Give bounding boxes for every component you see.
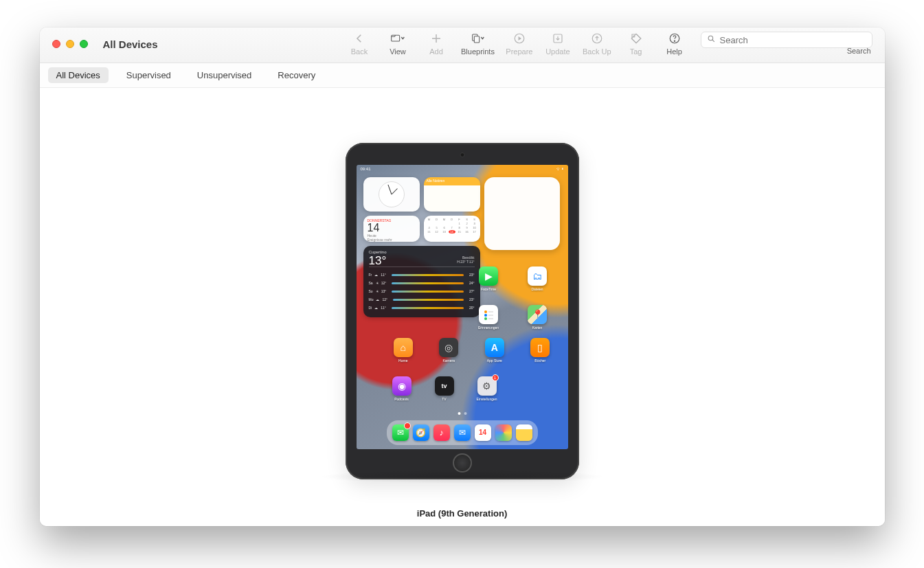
device-statusbar: 09:41 ᯤ ▮ <box>361 167 564 171</box>
svg-line-15 <box>712 40 714 42</box>
tag-icon <box>629 32 643 46</box>
update-button[interactable]: Update <box>539 27 577 59</box>
large-blank-widget <box>484 177 560 250</box>
svg-point-14 <box>708 36 713 41</box>
folder-icon: 🗂 <box>528 266 547 286</box>
filter-bar: All Devices Supervised Unsupervised Reco… <box>40 63 885 88</box>
device-label: iPad (9th Generation) <box>417 508 507 519</box>
view-button[interactable]: View <box>379 27 417 59</box>
reminders-icon <box>479 305 498 324</box>
forecast-row: So☀︎13°27° <box>369 289 475 293</box>
dock: ✉ 🧭 ♪ ✉︎ 14 <box>387 420 538 445</box>
svg-rect-0 <box>392 35 400 41</box>
filter-unsupervised[interactable]: Unsupervised <box>189 67 260 83</box>
app-row-3: ⌂Home ◎Kamera AApp Store ▯Bücher <box>383 338 561 363</box>
app-home: ⌂Home <box>383 338 425 363</box>
help-button[interactable]: Help <box>655 27 694 59</box>
filter-recovery[interactable]: Recovery <box>269 67 324 83</box>
filter-all-devices[interactable]: All Devices <box>48 67 109 83</box>
maximize-window-button[interactable] <box>80 40 88 48</box>
badge-icon: 1 <box>492 374 499 381</box>
blueprints-button[interactable]: Blueprints <box>455 27 500 59</box>
question-circle-icon <box>668 32 681 46</box>
cal-daynum: 14 <box>368 223 416 234</box>
gear-icon: ⚙1 <box>477 376 497 396</box>
forecast-row: Di☁︎11°20° <box>369 306 475 310</box>
toolbar: Back View Add <box>166 27 885 59</box>
download-square-icon <box>551 32 565 46</box>
badge-icon <box>404 422 411 429</box>
device-preview[interactable]: 09:41 ᯤ ▮ Alle Notizen DONNERSTAG <box>346 143 579 479</box>
filter-supervised[interactable]: Supervised <box>118 67 179 83</box>
titlebar: All Devices Back View <box>40 27 885 63</box>
dock-messages-icon: ✉ <box>392 424 409 441</box>
widget-stack: Alle Notizen DONNERSTAG 14 Heute Ereigni… <box>363 177 480 317</box>
svg-point-18 <box>484 317 487 320</box>
minimize-window-button[interactable] <box>66 40 74 48</box>
upload-circle-icon <box>590 32 604 46</box>
forecast-row: Mo☁︎12°23° <box>369 297 475 302</box>
close-window-button[interactable] <box>52 40 60 48</box>
cal-sub2: Ereignisse mehr <box>368 238 416 242</box>
app-row-1: ▶FaceTime 🗂Dateien <box>466 266 560 291</box>
svg-point-17 <box>484 314 487 317</box>
podcasts-icon: ◉ <box>392 376 412 396</box>
books-icon: ▯ <box>530 338 550 357</box>
app-books: ▯Bücher <box>519 338 561 363</box>
clock-widget <box>363 177 420 212</box>
dock-mail-icon: ✉︎ <box>454 424 471 441</box>
dock-calendar-icon: 14 <box>475 424 491 441</box>
window-title: All Devices <box>98 27 166 50</box>
app-facetime: ▶FaceTime <box>466 266 511 291</box>
add-button[interactable]: Add <box>417 27 455 59</box>
chevron-left-icon <box>352 32 366 46</box>
search-footer-label: Search <box>847 47 879 59</box>
toolbar-right: Search <box>694 27 879 59</box>
dock-music-icon: ♪ <box>433 424 450 441</box>
app-files: 🗂Dateien <box>515 266 560 291</box>
appstore-icon: A <box>485 338 504 357</box>
notes-widget: Alle Notizen <box>424 177 480 212</box>
weather-widget: Cupertino 13° Bewölkt H:23° T:11° Fr☁︎11… <box>363 246 480 317</box>
search-input[interactable] <box>720 35 866 45</box>
play-circle-icon <box>512 32 526 46</box>
svg-point-13 <box>674 41 675 41</box>
calendar-day-widget: DONNERSTAG 14 Heute Ereignisse mehr <box>363 216 420 242</box>
backup-button[interactable]: Back Up <box>577 27 617 59</box>
app-window: All Devices Back View <box>40 27 885 526</box>
app-row-2: Erinnerungen 📍Karten <box>466 305 560 330</box>
home-icon: ⌂ <box>394 338 413 357</box>
plus-icon <box>429 32 443 46</box>
camera-icon: ◎ <box>439 338 458 357</box>
app-reminders: Erinnerungen <box>466 305 511 330</box>
device-camera-dot <box>460 152 464 157</box>
dock-notes-icon <box>516 424 532 441</box>
app-settings: ⚙1Einstellungen <box>468 376 506 401</box>
weather-low: T:11° <box>466 260 474 264</box>
notes-header: Alle Notizen <box>424 177 480 184</box>
content-area: 09:41 ᯤ ▮ Alle Notizen DONNERSTAG <box>40 88 885 526</box>
app-camera: ◎Kamera <box>428 338 470 363</box>
forecast-row: Sa☀︎12°24° <box>369 281 475 285</box>
app-row-4: ◉Podcasts tvTV ⚙1Einstellungen <box>383 376 486 401</box>
prepare-button[interactable]: Prepare <box>500 27 539 59</box>
svg-marker-6 <box>518 36 521 41</box>
facetime-icon: ▶ <box>479 266 498 286</box>
forecast-row: Fr☁︎11°23° <box>369 273 475 277</box>
status-time: 09:41 <box>361 167 371 171</box>
svg-rect-4 <box>475 36 480 43</box>
tv-icon: tv <box>435 376 454 396</box>
search-field[interactable] <box>701 32 872 48</box>
weather-high: H:23° <box>457 260 466 264</box>
device-screen: 09:41 ᯤ ▮ Alle Notizen DONNERSTAG <box>357 165 568 449</box>
app-maps: 📍Karten <box>515 305 560 330</box>
dock-photos-icon <box>495 424 512 441</box>
status-icons: ᯤ ▮ <box>556 167 564 171</box>
app-podcasts: ◉Podcasts <box>383 376 421 401</box>
app-tv: tvTV <box>425 376 464 401</box>
calendar-month-widget: MDMDFSS 123 45678910 11121314151617 <box>424 216 480 242</box>
tag-button[interactable]: Tag <box>617 27 655 59</box>
back-button[interactable]: Back <box>340 27 379 59</box>
maps-icon: 📍 <box>528 305 547 324</box>
blueprints-icon <box>471 32 484 46</box>
